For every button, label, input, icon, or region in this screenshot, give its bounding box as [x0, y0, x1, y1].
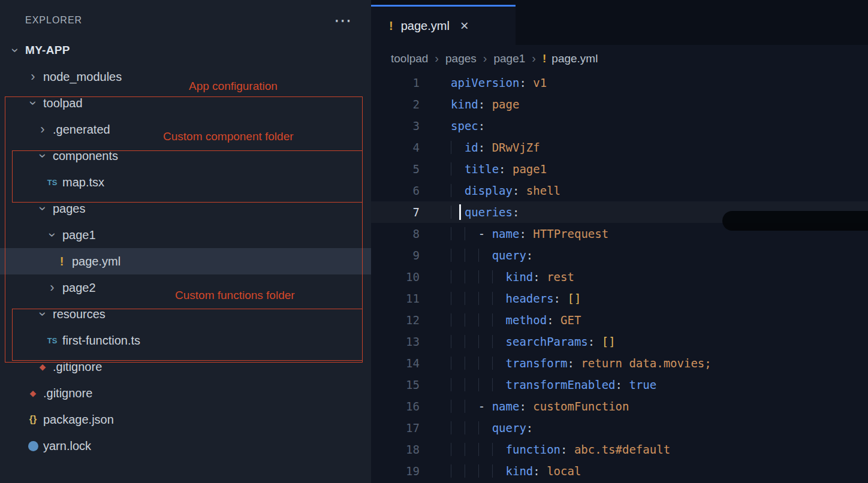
code-text: queries: [451, 201, 519, 223]
breadcrumb: toolpad›pages›page1›!page.yml [371, 45, 868, 72]
code-text: headers: [] [451, 288, 581, 309]
code-editor[interactable]: 1apiVersion: v12kind: page3spec:4 id: DR… [371, 72, 868, 483]
more-actions-icon[interactable]: ⋯ [334, 14, 352, 26]
tab-title: page.yml [401, 19, 450, 33]
tab-page-yml[interactable]: ! page.yml × [371, 5, 516, 45]
code-line-16[interactable]: 16 - name: customFunction [371, 396, 868, 417]
tree-item-label: package.json [43, 413, 114, 427]
breadcrumb-item-pages[interactable]: pages [445, 52, 477, 65]
code-text: query: [451, 244, 533, 266]
code-line-13[interactable]: 13 searchParams: [] [371, 331, 868, 352]
tree-file-first-function.ts[interactable]: TSfirst-function.ts [0, 327, 371, 354]
breadcrumb-item-toolpad[interactable]: toolpad [391, 52, 428, 65]
code-line-14[interactable]: 14 transform: return data.movies; [371, 352, 868, 374]
explorer-sidebar: EXPLORER ⋯ › MY-APP ›node_modules›toolpa… [0, 0, 371, 483]
line-number: 16 [371, 396, 420, 417]
code-line-12[interactable]: 12 method: GET [371, 309, 868, 331]
breadcrumb-item-file[interactable]: page.yml [551, 52, 598, 65]
line-number: 13 [371, 331, 420, 352]
file-tree: ›node_modules›toolpad›.generated›compone… [0, 64, 371, 459]
braces-icon: {} [25, 414, 41, 425]
warning-icon: ! [542, 52, 546, 65]
tree-file-map.tsx[interactable]: TSmap.tsx [0, 169, 371, 195]
code-line-5[interactable]: 5 title: page1 [371, 158, 868, 180]
line-number: 10 [371, 266, 420, 288]
code-text: kind: local [451, 460, 581, 482]
code-text: kind: page [451, 93, 519, 115]
explorer-header: EXPLORER ⋯ [0, 0, 371, 37]
tree-folder-components[interactable]: ›components [0, 143, 371, 169]
code-line-17[interactable]: 17 query: [371, 417, 868, 439]
code-line-9[interactable]: 9 query: [371, 244, 868, 266]
code-text: function: abc.ts#default [451, 439, 670, 460]
code-line-4[interactable]: 4 id: DRwVjZf [371, 137, 868, 158]
code-line-6[interactable]: 6 display: shell [371, 180, 868, 201]
code-text: method: GET [451, 309, 581, 331]
code-text: id: DRwVjZf [451, 137, 540, 158]
chevron-right-icon: › [25, 70, 41, 83]
tree-folder-page2[interactable]: ›page2 [0, 274, 371, 301]
warning-icon: ! [389, 19, 393, 33]
tree-item-label: yarn.lock [43, 439, 91, 453]
tree-folder-page1[interactable]: ›page1 [0, 222, 371, 248]
line-number: 1 [371, 72, 420, 93]
line-number: 2 [371, 93, 420, 115]
tree-folder-toolpad[interactable]: ›toolpad [0, 90, 371, 116]
tree-file-package.json[interactable]: {}package.json [0, 406, 371, 433]
line-number: 7 [371, 201, 420, 223]
ts-icon: TS [44, 178, 60, 187]
tree-file-.gitignore[interactable]: ◆.gitignore [0, 354, 371, 380]
tree-file-.gitignore[interactable]: ◆.gitignore [0, 380, 371, 406]
text-cursor [459, 204, 461, 220]
yarn-icon [25, 441, 41, 451]
chevron-right-icon: › [44, 281, 60, 294]
code-line-15[interactable]: 15 transformEnabled: true [371, 374, 868, 396]
chevron-down-icon: › [26, 95, 40, 111]
tree-file-page.yml[interactable]: !page.yml [0, 248, 371, 274]
git-icon: ◆ [35, 362, 50, 372]
code-lines: 1apiVersion: v12kind: page3spec:4 id: DR… [371, 72, 868, 482]
code-text: - name: customFunction [451, 396, 629, 417]
chevron-right-icon: › [35, 123, 50, 136]
git-icon: ◆ [25, 388, 41, 398]
breadcrumb-item-page1[interactable]: page1 [493, 52, 525, 65]
editor-area: ! page.yml × toolpad›pages›page1›!page.y… [371, 0, 868, 483]
tree-folder-.generated[interactable]: ›.generated [0, 116, 371, 143]
code-line-3[interactable]: 3spec: [371, 115, 868, 137]
tree-folder-node_modules[interactable]: ›node_modules [0, 64, 371, 90]
tree-folder-resources[interactable]: ›resources [0, 301, 371, 327]
code-line-11[interactable]: 11 headers: [] [371, 288, 868, 309]
tree-folder-pages[interactable]: ›pages [0, 195, 371, 222]
code-text: - name: HTTPrequest [451, 223, 608, 244]
line-number: 18 [371, 439, 420, 460]
code-line-10[interactable]: 10 kind: rest [371, 266, 868, 288]
code-text: transform: return data.movies; [451, 352, 712, 374]
tab-bar: ! page.yml × [371, 0, 868, 45]
breadcrumb-separator-icon: › [532, 52, 536, 65]
code-line-1[interactable]: 1apiVersion: v1 [371, 72, 868, 93]
chevron-down-icon: › [36, 201, 49, 216]
close-icon[interactable]: × [460, 19, 469, 33]
ts-icon: TS [44, 336, 60, 345]
code-text: title: page1 [451, 158, 547, 180]
code-line-18[interactable]: 18 function: abc.ts#default [371, 439, 868, 460]
code-text: display: shell [451, 180, 560, 201]
code-line-19[interactable]: 19 kind: local [371, 460, 868, 482]
code-line-2[interactable]: 2kind: page [371, 93, 868, 115]
workspace-root-row[interactable]: › MY-APP [0, 37, 371, 64]
line-number: 5 [371, 158, 420, 180]
editor-scrollbar-pill[interactable] [722, 211, 868, 231]
tree-item-label: pages [53, 202, 86, 216]
tree-file-yarn.lock[interactable]: yarn.lock [0, 433, 371, 459]
line-number: 12 [371, 309, 420, 331]
line-number: 19 [371, 460, 420, 482]
chevron-down-icon: › [8, 43, 22, 58]
chevron-down-icon: › [36, 148, 49, 164]
line-number: 3 [371, 115, 420, 137]
tree-item-label: page.yml [72, 255, 120, 268]
breadcrumb-separator-icon: › [435, 52, 439, 65]
vscode-window: { "colors": { "accent_blue": "#3d7ff5", … [0, 0, 868, 483]
warning-icon: ! [54, 255, 70, 268]
line-number: 17 [371, 417, 420, 439]
tree-item-label: toolpad [43, 96, 83, 110]
